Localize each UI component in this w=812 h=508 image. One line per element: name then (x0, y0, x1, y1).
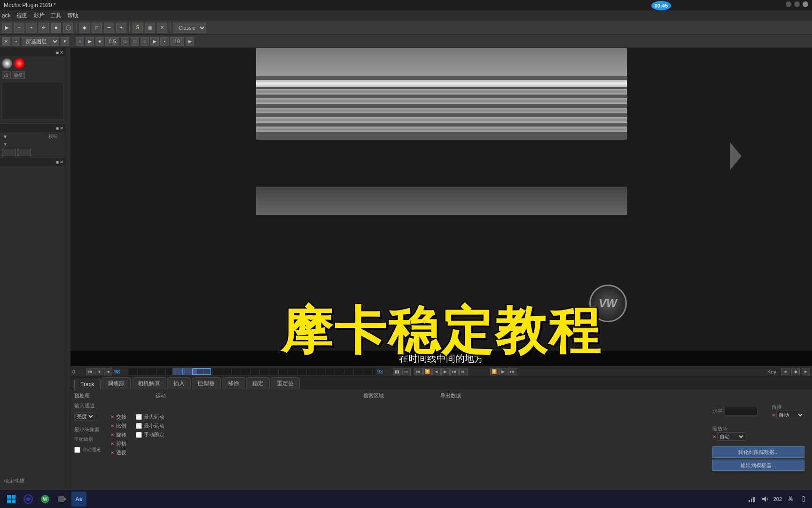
maximize-btn[interactable] (794, 1, 800, 7)
key-diamond[interactable]: ◆ (791, 368, 800, 375)
minimize-btn[interactable] (786, 1, 791, 7)
tool-btn-5[interactable]: ■ (51, 23, 61, 33)
sub-btn-arrow[interactable]: ▼ (61, 37, 69, 46)
taskbar-ae-icon[interactable]: Ae (71, 492, 86, 507)
tool-btn-8[interactable]: □ (92, 23, 102, 33)
tab-stabilize[interactable]: 稳定 (246, 377, 270, 389)
timeline-track[interactable] (128, 368, 375, 375)
svg-rect-13 (753, 497, 755, 502)
step-back[interactable]: ⏴ (95, 368, 103, 375)
menu-view[interactable]: 视图 (16, 12, 28, 20)
btn-val1[interactable] (2, 149, 16, 156)
btn-val2[interactable] (17, 149, 31, 156)
btn-to-template[interactable]: 输出到模板器... (712, 460, 804, 471)
key-prev[interactable]: ◄ (781, 368, 789, 375)
tab-track[interactable]: Track (74, 379, 101, 389)
max-motion-check[interactable] (136, 414, 142, 420)
panel-c-close[interactable]: ✕ (60, 159, 63, 165)
tc-4[interactable]: ▶ (441, 368, 450, 375)
svg-rect-1 (12, 495, 16, 499)
taskbar-video-icon[interactable] (55, 492, 70, 507)
tool-btn-2[interactable]: ⎼ (14, 23, 24, 33)
tab-camera[interactable]: 相机解算 (132, 377, 166, 389)
tc-3[interactable]: ◄ (432, 368, 441, 375)
tool-btn-10[interactable]: + (116, 23, 126, 33)
menu-tools[interactable]: 工具 (50, 12, 62, 20)
panel-b-label1: ▼ (3, 134, 17, 139)
key-next[interactable]: ► (802, 368, 810, 375)
tc-5[interactable]: ⏭ (450, 368, 459, 375)
panel-a-pin[interactable]: ■ (56, 50, 59, 55)
menu-help[interactable]: 帮助 (67, 12, 78, 20)
tray-show-desktop[interactable] (799, 494, 808, 504)
btn-export[interactable]: 出 (2, 71, 11, 79)
goto-start[interactable]: ⏮ (86, 368, 94, 375)
tr-1[interactable]: ⏬ (490, 368, 499, 375)
tool-btn-3[interactable]: ⌖ (26, 23, 37, 33)
tray-lang[interactable]: 英 (786, 494, 795, 504)
swatch-red[interactable] (14, 58, 24, 69)
tr-3[interactable]: ⏭ (508, 368, 516, 375)
zoom-select[interactable]: 自动 (717, 432, 745, 441)
min-motion-check[interactable] (136, 423, 142, 429)
panel-c-pin[interactable]: ■ (56, 159, 59, 165)
tc-2[interactable]: ⏬ (423, 368, 432, 375)
taskbar-windows-icon[interactable] (4, 492, 19, 507)
tool-btn-4[interactable]: ✛ (39, 23, 49, 33)
export-label: 导出数据 (440, 392, 461, 399)
tab-insert[interactable]: 插入 (167, 377, 191, 389)
tray-volume[interactable] (760, 494, 770, 504)
sub-btn-track[interactable]: ▶ (86, 37, 94, 46)
close-btn[interactable] (803, 1, 808, 7)
panel-a-close[interactable]: ✕ (60, 50, 63, 55)
tab-adjust[interactable]: 调焦踪 (102, 377, 131, 389)
toolbar-dropdown-classic[interactable]: Classic (173, 23, 206, 33)
btn-to-track[interactable]: 转化到跟踪数据... (712, 446, 804, 458)
sub-btn-close[interactable]: ✕ (2, 37, 10, 46)
menu-movie[interactable]: 影片 (33, 12, 45, 20)
tool-btn-s[interactable]: S (133, 23, 143, 33)
taskbar-wechat-icon[interactable]: W (38, 492, 53, 507)
sub-btn-sq4[interactable]: ▪ (160, 37, 169, 46)
sub-btn-sq1[interactable]: □ (121, 37, 129, 46)
sub-btn-2[interactable]: ▪ (12, 37, 20, 46)
horizontal-input[interactable] (725, 407, 757, 415)
sub-btn-sq3[interactable]: ○ (141, 37, 149, 46)
swatch-bw[interactable] (2, 58, 12, 69)
tr-2[interactable]: ▶ (499, 368, 508, 375)
angle-select[interactable]: 自动 (776, 411, 804, 419)
channel-select[interactable]: 亮度 (74, 412, 95, 421)
sub-btn-play[interactable]: ▶ (186, 37, 194, 46)
tab-reorient[interactable]: 重定位 (271, 377, 300, 389)
sub-input-num[interactable] (105, 37, 119, 46)
tray-network[interactable] (747, 494, 757, 504)
sub-btn-dot[interactable]: ■ (95, 37, 104, 46)
menu-ack[interactable]: ack (2, 12, 11, 19)
sub-btn-sq2[interactable]: □ (131, 37, 139, 46)
tc-1[interactable]: ⏮ (414, 368, 423, 375)
tool-btn-grid[interactable]: ▦ (145, 23, 155, 33)
zoom-row: 缩放% ✕ 自动 (712, 424, 804, 441)
tool-btn-x[interactable]: ✕ (157, 23, 167, 33)
tab-remove[interactable]: 移徐 (222, 377, 245, 389)
bracket-out[interactable]: ▭ (402, 368, 411, 375)
manual-motion-check[interactable] (136, 432, 142, 438)
tool-btn-9[interactable]: ━ (104, 23, 114, 33)
sub-input-num2[interactable] (170, 37, 184, 46)
tc-6[interactable]: ⏯ (459, 368, 468, 375)
btn-calibrate[interactable]: 校征 (12, 71, 25, 79)
layer-select[interactable]: 所选图层 (22, 37, 59, 46)
tab-megaplate[interactable]: 巨型板 (192, 377, 221, 389)
panel-b-close[interactable]: ✕ (60, 126, 63, 131)
sub-btn-A[interactable]: A (76, 37, 84, 46)
tool-btn-7[interactable]: ◆ (79, 23, 90, 33)
svg-rect-9 (58, 496, 64, 502)
tool-btn-6[interactable]: ◯ (63, 23, 73, 33)
sub-btn-arrow2[interactable]: ▶ (150, 37, 159, 46)
taskbar-browser-icon[interactable] (21, 492, 36, 507)
play-back[interactable]: ◄ (104, 368, 112, 375)
panel-b-pin[interactable]: ■ (56, 126, 59, 131)
auto-channel-check[interactable] (74, 447, 80, 453)
tool-btn-1[interactable]: ▶ (2, 23, 12, 33)
bracket-in[interactable]: ▮▮ (393, 368, 401, 375)
